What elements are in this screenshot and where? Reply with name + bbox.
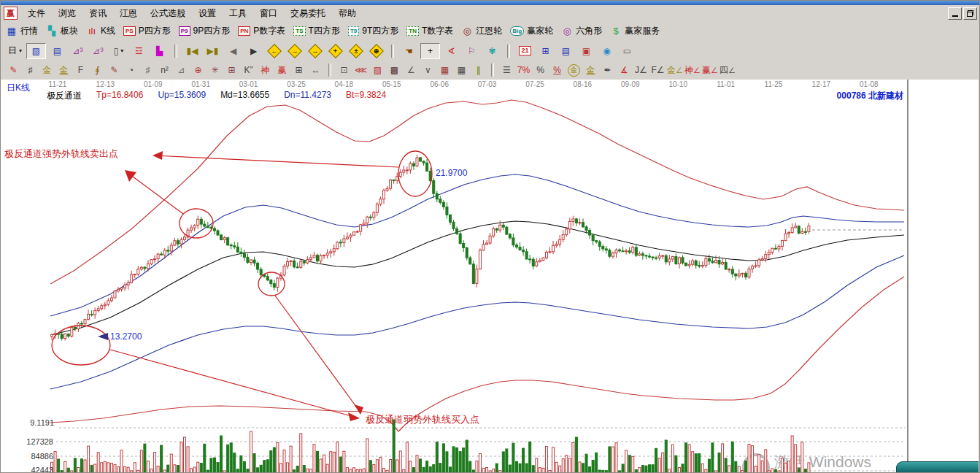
print-button[interactable]: ▭ <box>618 44 636 58</box>
shade-box-icon[interactable]: ▨ <box>370 63 385 77</box>
grid-box-icon[interactable]: ▦ <box>437 63 452 77</box>
zoom-in-diamond[interactable]: + <box>326 44 344 58</box>
toolbar-winner-wheel[interactable]: Big赢家轮 <box>510 25 553 37</box>
pct-line-icon[interactable]: % <box>549 63 565 77</box>
dark-box-icon[interactable]: ▩ <box>387 63 402 77</box>
right-blank-panel <box>907 80 979 473</box>
percent-icon[interactable]: % <box>533 63 548 77</box>
info-panel-icon[interactable]: ▤ <box>48 44 66 58</box>
pan-right-diamond[interactable]: → <box>285 44 304 58</box>
angle-measure-tool[interactable]: ∢ <box>442 44 460 58</box>
fan-lines-icon[interactable]: ⋘ <box>353 63 369 77</box>
minimize-button[interactable] <box>948 7 962 20</box>
ink-pen-icon[interactable]: ✒ <box>600 63 615 77</box>
menu-item-文件[interactable]: 文件 <box>21 6 52 21</box>
next-bar-button[interactable]: ▶ <box>244 44 263 58</box>
toolbar-9t-square[interactable]: T99T四方形 <box>348 25 398 37</box>
web-grid-icon[interactable]: ⊞ <box>224 63 239 77</box>
measure-angle-icon[interactable]: ∡ <box>617 63 632 77</box>
span-arrow-icon[interactable]: ↔ <box>308 63 323 77</box>
toolbar-quotes[interactable]: ▦行情 <box>6 25 38 37</box>
crosshair-tool[interactable]: + <box>420 43 440 59</box>
toolbar-p-table[interactable]: PNP数字表 <box>238 25 285 37</box>
seven-pct-icon[interactable]: 7% <box>516 63 531 77</box>
shen-angle-icon[interactable]: 神∠ <box>684 63 701 77</box>
sync-button[interactable]: ◉ <box>598 44 616 58</box>
draw-brush-icon[interactable]: ✎ <box>6 63 21 77</box>
gann-compass-icon[interactable]: ⊕ <box>190 63 206 77</box>
four-angle-icon[interactable]: 四∠ <box>719 63 736 77</box>
notes-button[interactable]: ▤ <box>557 44 575 58</box>
color-histogram-icon[interactable]: ▙ <box>150 44 169 58</box>
toolbar-hexagon[interactable]: ◎六角形 <box>561 25 602 37</box>
gold-circle-icon[interactable]: 金 <box>566 63 582 77</box>
pattern-flash-icon[interactable]: ☲ <box>130 44 148 58</box>
tick-grid-icon[interactable]: ♯ <box>23 63 38 77</box>
k-quote-icon[interactable]: K” <box>241 63 256 77</box>
f-grid-icon[interactable]: F <box>73 63 88 77</box>
j-angle-icon[interactable]: J∠ <box>633 63 649 77</box>
menu-item-公式选股[interactable]: 公式选股 <box>144 6 192 21</box>
menu-item-帮助[interactable]: 帮助 <box>332 6 363 21</box>
chart-3-icon[interactable]: ⊿³ <box>69 44 87 58</box>
prev-bar-button[interactable]: ◀ <box>224 44 242 58</box>
ying-table-icon[interactable]: 赢 <box>274 63 290 77</box>
expand-diamond[interactable]: ⊕ <box>367 44 385 58</box>
spiral-icon[interactable]: ∮ <box>90 63 105 77</box>
pen-grid-icon[interactable]: ✎ <box>107 63 122 77</box>
mirror-angle-icon[interactable]: ⊿ <box>174 63 189 77</box>
gold-grid-icon[interactable]: 金 <box>39 63 55 77</box>
first-bar-button[interactable]: ▮◀ <box>183 44 201 58</box>
candle-style-dropdown[interactable]: ▯▾ <box>109 44 128 58</box>
period-day-dropdown[interactable]: 日▾ <box>6 44 24 58</box>
gold-grid2-icon[interactable]: 金 <box>56 63 72 77</box>
zoom-out-diamond[interactable]: ↔ <box>306 44 324 58</box>
menu-item-资讯[interactable]: 资讯 <box>82 6 113 21</box>
menu-item-工具[interactable]: 工具 <box>223 6 253 21</box>
ray-star-icon[interactable]: ✳ <box>207 63 223 77</box>
tick-grid2-icon[interactable]: ♯ <box>140 63 155 77</box>
last-bar-button[interactable]: ▶▮ <box>204 44 222 58</box>
floating-window-corner[interactable] <box>896 461 979 472</box>
menu-item-交易委托[interactable]: 交易委托 <box>284 6 332 21</box>
parallel-lines-icon[interactable]: ∥ <box>471 63 486 77</box>
toolbar-t-table[interactable]: TNT数字表 <box>406 25 453 37</box>
toolbar-9p-square[interactable]: P99P四方形 <box>179 25 230 37</box>
stock-code-label[interactable]: 000786 北新建材 <box>837 90 903 102</box>
ying-angle-icon[interactable]: 赢∠ <box>702 63 718 77</box>
rect-tool-icon[interactable]: ⊡ <box>336 63 352 77</box>
kline-chart-canvas[interactable]: 极反通道强势外轨线卖出点极反通道弱势外轨线买入点21.970013.27009.… <box>1 80 907 473</box>
toolbar-t-square[interactable]: TST四方形 <box>293 25 340 37</box>
zigzag-icon[interactable]: ∨ <box>420 63 436 77</box>
toolbar-gann-wheel[interactable]: ◎江恩轮 <box>461 25 502 37</box>
compress-diamond[interactable]: ± <box>347 44 365 58</box>
menu-item-窗口[interactable]: 窗口 <box>253 6 284 21</box>
menu-item-江恩[interactable]: 江恩 <box>113 6 144 21</box>
menu-item-设置[interactable]: 设置 <box>192 6 223 21</box>
toolbar-sectors[interactable]: ▚板块 <box>46 25 78 37</box>
toolbar-p-square[interactable]: PSP四方形 <box>123 25 171 37</box>
f-angle-icon[interactable]: F∠ <box>650 63 665 77</box>
hand-tool[interactable]: ☚ <box>400 44 418 58</box>
flag-tool[interactable]: ⚐ <box>463 44 481 58</box>
n-square-icon[interactable]: n² <box>157 63 172 77</box>
grid-box2-icon[interactable]: ▦ <box>454 63 469 77</box>
angle-line-icon[interactable]: ∠ <box>404 63 419 77</box>
knot-tool[interactable]: ✾ <box>483 44 501 58</box>
menu-item-浏览[interactable]: 浏览 <box>52 6 82 21</box>
gold-angle-icon[interactable]: 金∠ <box>667 63 683 77</box>
calendar-button[interactable]: 21 <box>516 44 534 58</box>
toolbar-winner-service[interactable]: $赢家服务 <box>610 25 660 37</box>
pan-left-diamond[interactable]: ← <box>265 44 283 58</box>
toolbar-kline[interactable]: ılıK线 <box>86 25 115 37</box>
num-grid-icon[interactable]: ⊞ <box>291 63 306 77</box>
restore-button[interactable] <box>963 7 977 20</box>
scale-ruler-icon[interactable]: ☰ <box>499 63 514 77</box>
pattern-window-icon[interactable]: ▧ <box>26 43 46 59</box>
calculator-button[interactable]: ⊞ <box>536 44 555 58</box>
shen-table-icon[interactable]: 神 <box>258 63 273 77</box>
save-button[interactable]: ▣ <box>577 44 595 58</box>
gold-line-icon[interactable]: 金 <box>583 63 598 77</box>
chart-9-icon[interactable]: ⊿⁹ <box>89 44 107 58</box>
time-cycle-icon[interactable]: ◔ <box>123 63 139 77</box>
